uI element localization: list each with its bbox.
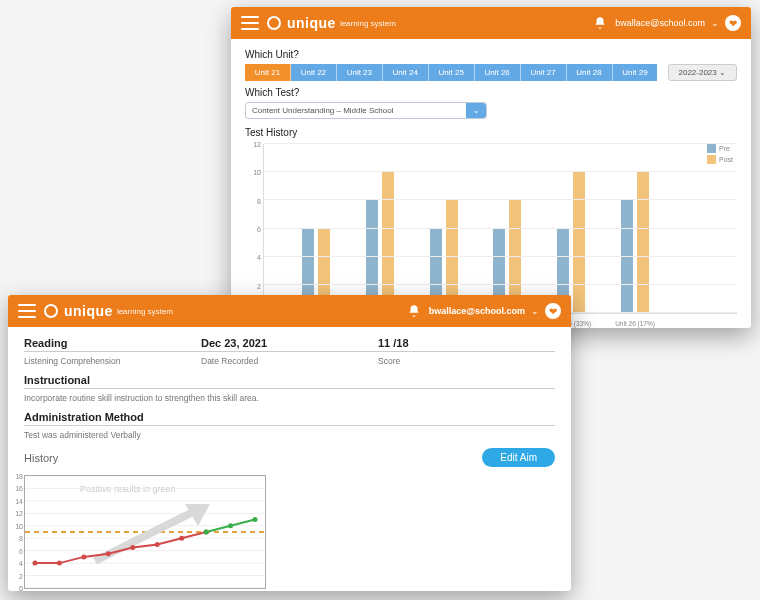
- unit-tab[interactable]: Unit 25: [429, 64, 475, 81]
- admin-method-label: Administration Method: [24, 411, 555, 423]
- svg-point-17: [179, 536, 184, 541]
- test-dropdown[interactable]: Content Understanding – Middle School ⌄: [245, 102, 487, 119]
- user-email[interactable]: bwallace@school.com: [615, 18, 705, 28]
- svg-point-12: [57, 561, 62, 566]
- svg-point-20: [228, 523, 233, 528]
- instructional-label: Instructional: [24, 374, 555, 386]
- skill-history-window: unique learning system bwallace@school.c…: [8, 295, 571, 591]
- test-history-chart: 024681012 Pre Post Unit 21 (8%)Unit 22 (…: [245, 144, 737, 314]
- brand-tagline: learning system: [117, 307, 173, 316]
- avatar[interactable]: ❤: [725, 15, 741, 31]
- user-email[interactable]: bwallace@school.com: [429, 306, 525, 316]
- top-bar: unique learning system bwallace@school.c…: [231, 7, 751, 39]
- unit-tab[interactable]: Unit 21: [245, 64, 291, 81]
- unit-tab[interactable]: Unit 23: [337, 64, 383, 81]
- unit-tab[interactable]: Unit 28: [567, 64, 613, 81]
- unit-tab[interactable]: Unit 22: [291, 64, 337, 81]
- svg-point-21: [253, 517, 258, 522]
- unit-tabs: Unit 21Unit 22Unit 23Unit 24Unit 25Unit …: [245, 64, 658, 81]
- svg-point-11: [33, 561, 38, 566]
- test-history-label: Test History: [245, 127, 737, 138]
- unit-tab[interactable]: Unit 27: [521, 64, 567, 81]
- chart-legend: Pre Post: [707, 144, 733, 166]
- top-bar: unique learning system bwallace@school.c…: [8, 295, 571, 327]
- skill-name: Reading: [24, 337, 201, 349]
- chevron-down-icon[interactable]: ⌄: [531, 306, 539, 316]
- hamburger-icon[interactable]: [241, 16, 259, 30]
- skill-sub: Listening Comprehension: [24, 356, 201, 366]
- svg-point-14: [106, 551, 111, 556]
- brand-logo-icon: [44, 304, 58, 318]
- svg-point-13: [81, 554, 86, 559]
- history-line-chart: 024681012141618 Positive results in gree…: [24, 475, 266, 589]
- notifications-icon[interactable]: [593, 16, 607, 30]
- score: 11 /18: [378, 337, 555, 349]
- chevron-down-icon[interactable]: ⌄: [466, 103, 486, 118]
- svg-point-16: [155, 542, 160, 547]
- date-recorded: Dec 23, 2021: [201, 337, 378, 349]
- brand-tagline: learning system: [340, 19, 396, 28]
- brand-name: unique: [64, 303, 113, 319]
- which-unit-label: Which Unit?: [245, 49, 737, 60]
- hamburger-icon[interactable]: [18, 304, 36, 318]
- test-history-window: unique learning system bwallace@school.c…: [231, 7, 751, 328]
- unit-tab[interactable]: Unit 29: [613, 64, 658, 81]
- avatar[interactable]: ❤: [545, 303, 561, 319]
- brand-name: unique: [287, 15, 336, 31]
- notifications-icon[interactable]: [407, 304, 421, 318]
- which-test-label: Which Test?: [245, 87, 737, 98]
- unit-tab[interactable]: Unit 26: [475, 64, 521, 81]
- school-year-select[interactable]: 2022-2023 ⌄: [668, 64, 738, 81]
- chevron-down-icon[interactable]: ⌄: [711, 18, 719, 28]
- unit-tab[interactable]: Unit 24: [383, 64, 429, 81]
- svg-point-19: [204, 530, 209, 535]
- brand-logo-icon: [267, 16, 281, 30]
- edit-aim-button[interactable]: Edit Aim: [482, 448, 555, 467]
- history-label: History: [24, 452, 58, 464]
- svg-point-15: [130, 545, 135, 550]
